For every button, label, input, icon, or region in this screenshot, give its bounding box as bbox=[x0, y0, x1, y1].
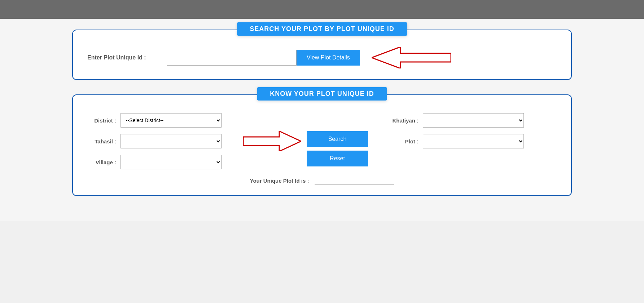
left-fields: District : --Select District-- Tahasil :… bbox=[87, 113, 222, 169]
arrow-icon bbox=[372, 47, 451, 68]
unique-id-value bbox=[315, 177, 394, 184]
khatiyan-row: Khatiyan : bbox=[390, 113, 524, 128]
unique-id-result-row: Your Unique Plot Id is : bbox=[87, 177, 557, 184]
district-row: District : --Select District-- bbox=[87, 113, 222, 128]
tahasil-row: Tahasil : bbox=[87, 134, 222, 148]
plot-label: Plot : bbox=[390, 138, 419, 144]
unique-id-result-label: Your Unique Plot Id is : bbox=[250, 178, 309, 184]
section2-wrapper: KNOW YOUR PLOT UNIQUE ID District : --Se… bbox=[72, 94, 572, 196]
middle-section: Search Reset bbox=[243, 113, 368, 169]
plot-id-label: Enter Plot Unique Id : bbox=[87, 54, 167, 61]
plot-select[interactable] bbox=[423, 134, 524, 148]
plot-id-input[interactable] bbox=[167, 50, 297, 66]
district-select[interactable]: --Select District-- bbox=[121, 113, 222, 128]
content-area: SEARCH YOUR PLOT BY PLOT UNIQUE ID Enter… bbox=[0, 19, 644, 221]
svg-marker-0 bbox=[372, 47, 451, 68]
district-label: District : bbox=[87, 117, 116, 124]
right-fields: Khatiyan : Plot : bbox=[390, 113, 524, 169]
village-select[interactable] bbox=[121, 155, 222, 169]
action-buttons: Search Reset bbox=[307, 131, 368, 166]
khatiyan-label: Khatiyan : bbox=[390, 117, 419, 124]
top-bar bbox=[0, 0, 644, 19]
section1-wrapper: SEARCH YOUR PLOT BY PLOT UNIQUE ID Enter… bbox=[72, 30, 572, 80]
section1-title: SEARCH YOUR PLOT BY PLOT UNIQUE ID bbox=[237, 22, 407, 36]
reset-button[interactable]: Reset bbox=[307, 151, 368, 166]
arrow-right-icon bbox=[243, 131, 301, 151]
arrow-right-indicator bbox=[372, 47, 451, 68]
section2-content: District : --Select District-- Tahasil :… bbox=[87, 106, 557, 184]
search-row: Enter Plot Unique Id : View Plot Details bbox=[87, 47, 557, 68]
tahasil-select[interactable] bbox=[121, 134, 222, 148]
village-row: Village : bbox=[87, 155, 222, 169]
plot-row: Plot : bbox=[390, 134, 524, 148]
village-label: Village : bbox=[87, 159, 116, 165]
khatiyan-select[interactable] bbox=[423, 113, 524, 128]
svg-marker-1 bbox=[243, 131, 301, 151]
tahasil-label: Tahasil : bbox=[87, 138, 116, 144]
section2-title: KNOW YOUR PLOT UNIQUE ID bbox=[257, 87, 387, 101]
view-plot-details-button[interactable]: View Plot Details bbox=[297, 50, 360, 66]
fields-row: District : --Select District-- Tahasil :… bbox=[87, 113, 557, 169]
search-button[interactable]: Search bbox=[307, 131, 368, 147]
